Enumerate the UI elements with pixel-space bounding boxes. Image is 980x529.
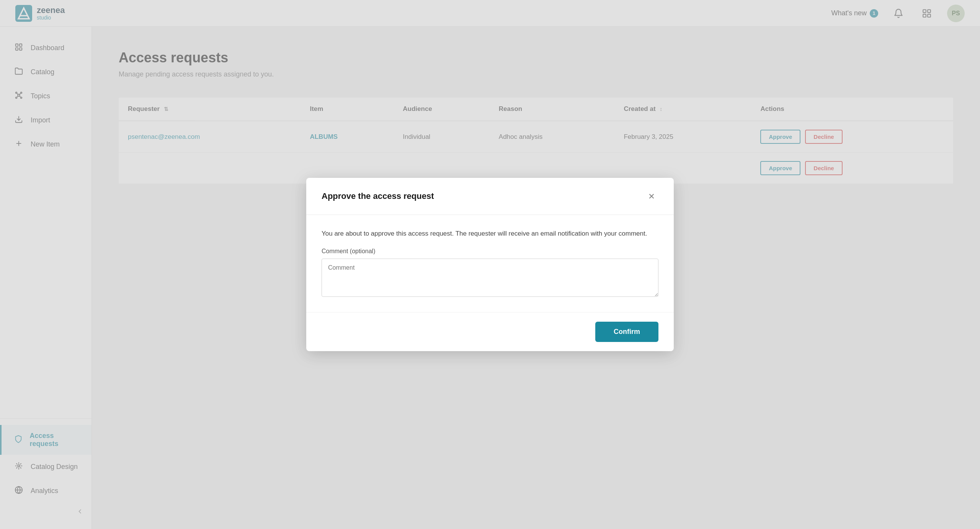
confirm-button[interactable]: Confirm <box>595 322 658 342</box>
modal-description: You are about to approve this access req… <box>322 229 658 239</box>
comment-textarea[interactable] <box>322 259 658 297</box>
modal-footer: Confirm <box>306 312 674 351</box>
modal-title: Approve the access request <box>322 191 434 201</box>
comment-label: Comment (optional) <box>322 248 658 255</box>
modal-body: You are about to approve this access req… <box>306 215 674 312</box>
modal-overlay: Approve the access request You are about… <box>0 0 980 529</box>
modal-close-button[interactable] <box>645 189 658 203</box>
modal-header: Approve the access request <box>306 178 674 215</box>
approve-modal: Approve the access request You are about… <box>306 178 674 351</box>
